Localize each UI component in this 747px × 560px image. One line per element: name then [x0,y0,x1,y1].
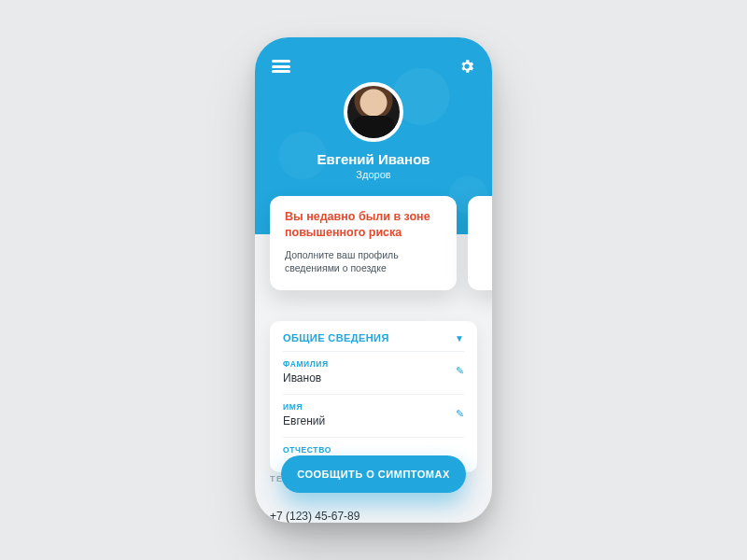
alert-carousel[interactable]: Вы недавно были в зоне повышенного риска… [270,196,492,290]
avatar[interactable] [344,82,403,142]
section-title: ОБЩИЕ СВЕДЕНИЯ [283,332,389,343]
gear-icon[interactable] [458,58,475,75]
report-symptoms-button[interactable]: СООБЩИТЬ О СИМПТОМАХ [281,455,466,493]
field-phone-value: +7 (123) 45-67-89 [270,510,477,523]
field-surname: ФАМИЛИЯ Иванов ✎ [283,351,464,394]
field-label: ОТЧЕСТВО [283,445,464,455]
edit-icon[interactable]: ✎ [456,365,464,377]
user-status: Здоров [272,169,475,180]
chevron-down-icon[interactable]: ▼ [455,333,464,343]
user-name: Евгений Иванов [272,151,475,167]
general-info-section: ОБЩИЕ СВЕДЕНИЯ ▼ ФАМИЛИЯ Иванов ✎ ИМЯ Ев… [270,321,477,472]
next-alert-peek[interactable] [468,196,492,290]
field-label: ИМЯ [283,402,464,412]
alert-title: Вы недавно были в зоне повышенного риска [285,209,442,241]
field-value: Иванов [283,371,464,385]
field-label: ФАМИЛИЯ [283,359,464,369]
field-value: Евгений [283,414,464,427]
risk-alert-card[interactable]: Вы недавно были в зоне повышенного риска… [270,196,457,290]
edit-icon[interactable]: ✎ [456,408,464,420]
phone-frame: Евгений Иванов Здоров Вы недавно были в … [255,37,492,523]
alert-subtitle: Дополните ваш профиль сведениями о поезд… [285,248,442,275]
field-firstname: ИМЯ Евгений ✎ [283,394,464,437]
menu-icon[interactable] [272,60,290,73]
